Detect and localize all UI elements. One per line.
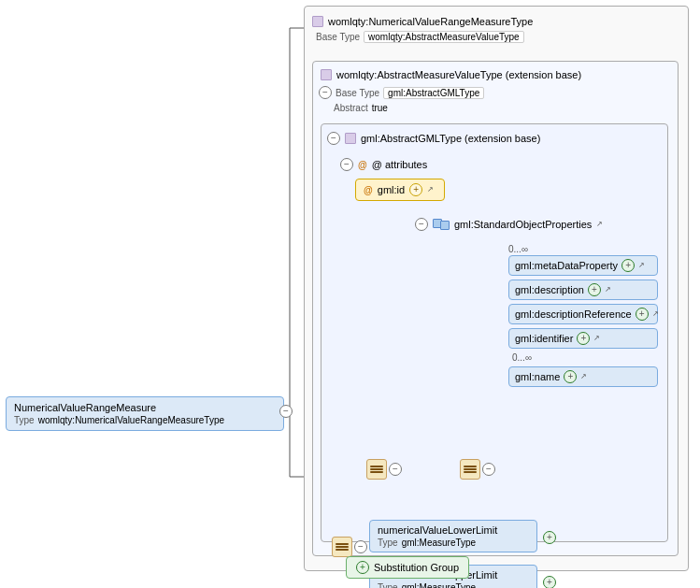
at-sign: @ [358,160,367,170]
std-props-icon [433,219,450,230]
meta-plus-btn[interactable]: + [621,259,635,272]
seq-left-collapse-btn[interactable]: − [389,463,402,476]
name-box: gml:name + ↗ [508,366,658,387]
gml-id-at: @ [364,185,373,195]
meta-link-icon[interactable]: ↗ [638,261,648,270]
lower-limit-name: numericalValueLowerLimit [378,524,497,536]
lower-limit-plus-btn[interactable]: + [543,531,556,544]
main-element-box: NumericalValueRangeMeasure Type womlqty:… [6,396,284,431]
top-base-type-label: Base Type [316,32,360,42]
outer-panel: womlqty:NumericalValueRangeMeasureType B… [304,6,689,571]
description-ref-box: gml:descriptionReference + ↗ [508,304,658,324]
abstract-type-panel: womlqty:AbstractMeasureValueType (extens… [312,61,679,556]
description-ref-name: gml:descriptionReference [515,308,632,320]
gml-type-name: gml:AbstractGMLType (extension base) [361,133,540,144]
range-label-top: 0...∞ [508,244,528,254]
gml-type-panel: − gml:AbstractGMLType (extension base) −… [321,123,668,542]
seq-right-collapse-btn[interactable]: − [482,463,495,476]
desc-link-icon[interactable]: ↗ [605,285,614,294]
description-box: gml:description + ↗ [508,280,658,300]
upper-type-value: gml:MeasureType [402,582,476,588]
upper-limit-plus-btn[interactable]: + [543,576,556,588]
lower-limit-box: numericalValueLowerLimit Type gml:Measur… [369,520,537,552]
abstract-type-name: womlqty:AbstractMeasureValueType (extens… [336,69,581,80]
ident-link-icon[interactable]: ↗ [593,334,603,343]
gml-collapse-btn[interactable]: − [327,132,340,145]
abstract-base-value: gml:AbstractGMLType [383,87,484,99]
limit-collapse-btn[interactable]: − [354,540,367,553]
sequence-icon-right [460,459,480,480]
abstract-type-icon [321,69,332,80]
top-type-icon [312,16,323,27]
desc-ref-plus-btn[interactable]: + [636,308,649,321]
meta-data-property-box: gml:metaDataProperty + ↗ [508,255,658,276]
gml-name-name: gml:name [515,371,560,382]
desc-ref-link-icon[interactable]: ↗ [652,309,659,319]
abstract-base-label: Base Type [336,88,379,98]
ident-plus-btn[interactable]: + [577,332,590,345]
attr-collapse-btn[interactable]: − [340,158,353,171]
lower-type-label: Type [378,538,398,548]
upper-type-label: Type [378,582,398,588]
sequence-icon-left [366,459,387,480]
substitution-group-label: Substitution Group [374,562,459,573]
top-base-type-value: womlqty:AbstractMeasureValueType [364,31,524,43]
gml-id-box: @ gml:id + ↗ [355,179,445,201]
identifier-name: gml:identifier [515,333,573,344]
range-label-bottom: 0...∞ [512,352,658,363]
abstract-collapse-btn[interactable]: − [319,86,332,99]
sub-group-plus-icon: + [356,561,369,574]
substitution-group-btn[interactable]: + Substitution Group [346,556,469,579]
meta-data-property-name: gml:metaDataProperty [515,260,618,271]
abstract-label: Abstract [334,103,368,113]
gml-type-icon [345,133,356,144]
std-props-collapse-btn[interactable]: − [415,218,428,231]
main-type-value: womlqty:NumericalValueRangeMeasureType [38,415,224,425]
lower-type-value: gml:MeasureType [402,538,476,548]
attributes-label: @ attributes [372,159,427,170]
abstract-value: true [372,103,388,113]
name-plus-btn[interactable]: + [564,370,577,383]
main-collapse-btn[interactable]: − [279,405,293,418]
diagram-container: NumericalValueRangeMeasure Type womlqty:… [0,0,700,588]
gml-id-expand-btn[interactable]: + [409,183,422,196]
desc-plus-btn[interactable]: + [588,283,601,296]
top-type-name: womlqty:NumericalValueRangeMeasureType [328,16,533,27]
main-type-label: Type [14,415,35,425]
main-element-name: NumericalValueRangeMeasure [14,402,156,413]
gml-id-name: gml:id [378,184,405,195]
std-props-name: gml:StandardObjectProperties [454,219,592,230]
limit-sequence-icon [332,537,352,557]
name-link-icon[interactable]: ↗ [580,372,590,381]
description-name: gml:description [515,284,584,295]
std-props-link-icon[interactable]: ↗ [596,220,606,229]
gml-id-link-icon[interactable]: ↗ [427,185,436,194]
identifier-box: gml:identifier + ↗ [508,328,658,349]
